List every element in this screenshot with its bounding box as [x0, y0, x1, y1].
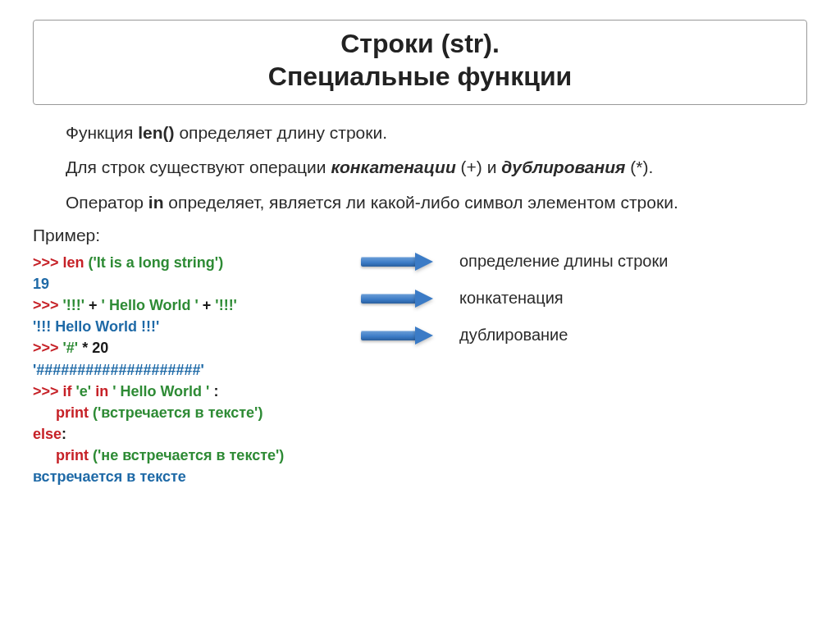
annotations: определение длины строки конкатенация ду…	[361, 252, 807, 345]
caption-length: определение длины строки	[459, 252, 668, 271]
term-concatenation: конкатенации	[331, 158, 455, 176]
arrow-right-icon	[361, 253, 435, 271]
code-line-2: 19	[33, 273, 336, 294]
code-line-1: >>> len ('It is a long string')	[33, 252, 336, 273]
arrow-right-icon	[361, 326, 435, 345]
annotation-row-3: дублирование	[361, 326, 807, 345]
code-line-11: встречается в тексте	[33, 466, 336, 487]
code-line-6: '####################'	[33, 359, 336, 381]
slide: Строки (str). Специальные функции Функци…	[0, 0, 840, 495]
code-line-5: >>> '#' * 20	[33, 337, 336, 358]
title-line2: Специальные функции	[268, 62, 572, 91]
code-line-9: else:	[33, 423, 336, 445]
title-line1: Строки (str).	[340, 29, 500, 58]
paragraph-ops: Для строк существуют операции конкатенац…	[33, 156, 807, 179]
example-label: Пример:	[33, 226, 807, 245]
paragraph-len: Функция len() определяет длину строки.	[33, 121, 807, 144]
slide-title: Строки (str). Специальные функции	[43, 27, 797, 93]
fn-len: len()	[138, 123, 174, 142]
code-line-10: print ('не встречается в тексте')	[33, 445, 336, 466]
code-line-7: >>> if 'e' in ' Hello World ' :	[33, 381, 336, 402]
code-line-8: print ('встречается в тексте')	[33, 402, 336, 423]
annotation-row-2: конкатенация	[361, 289, 807, 308]
caption-concat: конкатенация	[459, 289, 564, 308]
title-box: Строки (str). Специальные функции	[33, 20, 807, 105]
example-columns: >>> len ('It is a long string') 19 >>> '…	[33, 252, 807, 487]
code-line-4: '!!! Hello World !!!'	[33, 316, 336, 337]
term-duplication: дублирования	[501, 158, 625, 176]
code-block: >>> len ('It is a long string') 19 >>> '…	[33, 252, 336, 487]
op-in: in	[148, 193, 164, 212]
arrow-right-icon	[361, 290, 435, 308]
caption-dup: дублирование	[459, 326, 568, 345]
paragraph-in: Оператор in определяет, является ли како…	[33, 191, 807, 214]
code-line-3: >>> '!!!' + ' Hello World ' + '!!!'	[33, 294, 336, 316]
annotation-row-1: определение длины строки	[361, 252, 807, 271]
